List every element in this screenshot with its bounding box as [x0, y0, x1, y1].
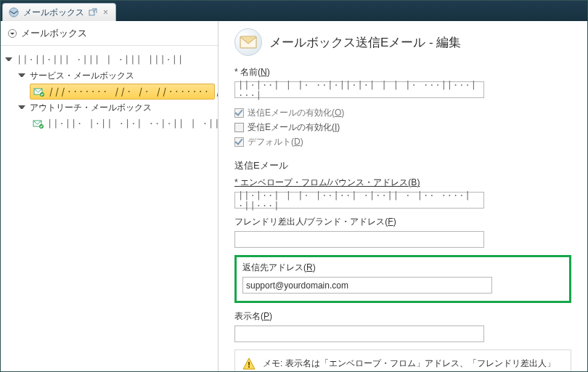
- mailboxes-icon: [9, 7, 19, 17]
- svg-point-0: [9, 8, 18, 17]
- close-icon[interactable]: ×: [102, 7, 110, 17]
- warning-icon: [242, 357, 256, 371]
- tab-mailboxes[interactable]: メールボックス ×: [2, 3, 116, 21]
- svg-rect-9: [248, 366, 250, 368]
- tree-root[interactable]: ||·||·||| ·||| | ·||| |||·||: [4, 52, 215, 68]
- tree-item-label: |||······· ||· |· ||······· ||· ···|····…: [48, 86, 218, 97]
- tree-item[interactable]: ||·||· |·|| ·|·| ··|·|| | ·|| ··||||···|…: [30, 116, 215, 132]
- mailbox-item-icon: [33, 86, 45, 97]
- toggle-icon[interactable]: [7, 56, 14, 63]
- tab-label: メールボックス: [23, 7, 84, 19]
- reply-input[interactable]: support@yourdomain.com: [242, 277, 492, 294]
- envelope-input-value: ||·|··| | |· |··|··| ·|··|| · |·· ····|·…: [238, 190, 481, 211]
- mailbox-item-icon: [33, 118, 44, 129]
- check-recv-enable[interactable]: 受信Eメールの有効化(I): [234, 120, 571, 134]
- tab-bar: メールボックス ×: [1, 1, 587, 21]
- content-pane: メールボックス送信Eメール - 編集 名前(N) ||·|··| | |· ··…: [219, 21, 587, 371]
- checkbox-icon: [234, 137, 244, 147]
- toggle-icon[interactable]: [20, 72, 27, 79]
- note-box: メモ: 表示名は「エンベロープ・フロム」アドレス、「フレンドリ差出人」および「返…: [234, 349, 571, 371]
- tree-view: ||·||·||| ·||| | ·||| |||·|| サービス・メールボック…: [1, 46, 218, 371]
- check-default: デフォルト(D): [234, 134, 571, 149]
- svg-rect-1: [89, 10, 94, 15]
- tree-group-label: アウトリーチ・メールボックス: [30, 102, 152, 114]
- check-send-enable: 送信Eメールの有効化(O): [234, 105, 571, 120]
- sidebar-title: メールボックス: [21, 27, 87, 40]
- detach-icon[interactable]: [89, 8, 97, 17]
- tree-item-label: ||·||· |·|| ·|·| ··|·|| | ·|| ··||||···|…: [47, 118, 218, 129]
- tree-group-label: サービス・メールボックス: [30, 70, 134, 82]
- reply-label: 返信先アドレス(R): [242, 262, 563, 274]
- checkbox-icon: [234, 108, 244, 118]
- tree-item-selected[interactable]: |||······· ||· |· ||······· ||· ···|····…: [30, 84, 215, 100]
- checkbox-icon[interactable]: [234, 123, 244, 132]
- sidebar-header: メールボックス: [1, 21, 218, 46]
- tree-root-label: ||·||·||| ·||| | ·||| |||·||: [17, 54, 184, 65]
- check-label: 受信Eメールの有効化(I): [248, 121, 340, 134]
- display-name-label: 表示名(P): [234, 310, 571, 323]
- display-name-input[interactable]: [234, 326, 484, 342]
- friendly-input[interactable]: [234, 231, 484, 248]
- envelope-label: エンベロープ・フロム/バウンス・アドレス(B): [234, 177, 571, 189]
- friendly-label: フレンドリ差出人/ブランド・アドレス(F): [234, 216, 571, 228]
- mail-icon: [234, 28, 262, 56]
- name-input[interactable]: ||·|··| | |· ··|·||·|·| | | |· ···||···|…: [234, 81, 484, 98]
- tree-group-outreach[interactable]: アウトリーチ・メールボックス: [17, 100, 215, 116]
- tree-group-service[interactable]: サービス・メールボックス: [17, 68, 215, 84]
- section-outgoing: 送信Eメール: [234, 159, 571, 172]
- reply-input-value: support@yourdomain.com: [246, 280, 348, 291]
- check-label: デフォルト(D): [248, 136, 303, 148]
- check-label: 送信Eメールの有効化(O): [248, 107, 344, 119]
- reply-to-highlight: 返信先アドレス(R) support@yourdomain.com: [234, 255, 571, 303]
- note-text: メモ: 表示名は「エンベロープ・フロム」アドレス、「フレンドリ差出人」および「返…: [263, 357, 563, 371]
- envelope-input[interactable]: ||·|··| | |· |··|··| ·|··|| · |·· ····|·…: [234, 192, 484, 209]
- svg-rect-8: [248, 362, 250, 365]
- chevron-down-icon: [8, 29, 17, 38]
- page-title: メールボックス送信Eメール - 編集: [269, 34, 461, 51]
- name-input-value: ||·|··| | |· ··|·||·|·| | | |· ···||···|…: [238, 80, 481, 100]
- name-label: 名前(N): [234, 66, 571, 78]
- toggle-icon[interactable]: [20, 104, 27, 111]
